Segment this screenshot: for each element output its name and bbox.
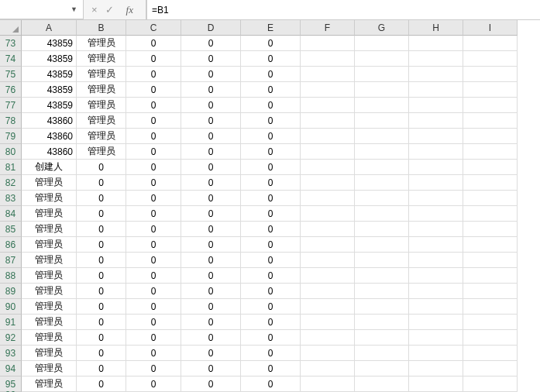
cell[interactable]: 0	[181, 113, 241, 129]
cell[interactable]	[301, 206, 355, 222]
cell[interactable]: 管理员	[77, 98, 126, 113]
row-header[interactable]: 85	[0, 222, 22, 237]
cell[interactable]	[409, 191, 463, 206]
column-header-I[interactable]: I	[463, 20, 518, 36]
row-header[interactable]: 81	[0, 160, 22, 175]
cell[interactable]: 0	[241, 144, 301, 160]
cell[interactable]	[409, 129, 463, 144]
cell[interactable]: 43860	[22, 144, 77, 160]
cell[interactable]	[463, 144, 518, 160]
cell[interactable]: 管理员	[22, 299, 77, 315]
column-header-D[interactable]: D	[181, 20, 241, 36]
row-header[interactable]: 80	[0, 144, 22, 160]
cell[interactable]: 0	[126, 160, 181, 175]
cell[interactable]: 0	[77, 175, 126, 191]
cell[interactable]: 管理员	[22, 191, 77, 206]
cell[interactable]	[463, 222, 518, 237]
cell[interactable]: 43859	[22, 98, 77, 113]
cell[interactable]	[463, 315, 518, 330]
cell[interactable]: 0	[181, 67, 241, 82]
cell[interactable]: 管理员	[22, 330, 77, 346]
row-header[interactable]: 74	[0, 51, 22, 67]
cell[interactable]	[409, 222, 463, 237]
cell[interactable]: 43859	[22, 51, 77, 67]
cell[interactable]	[409, 268, 463, 284]
cell[interactable]	[463, 160, 518, 175]
cell[interactable]: 0	[181, 144, 241, 160]
cell[interactable]: 0	[241, 113, 301, 129]
cell[interactable]	[301, 299, 355, 315]
cell[interactable]	[409, 206, 463, 222]
cell[interactable]	[301, 98, 355, 113]
cell[interactable]: 0	[126, 284, 181, 299]
cell[interactable]: 管理员	[22, 206, 77, 222]
cell[interactable]	[409, 67, 463, 82]
cell[interactable]: 管理员	[77, 67, 126, 82]
cell[interactable]	[463, 36, 518, 51]
cell[interactable]	[355, 253, 409, 268]
cell[interactable]: 43860	[22, 113, 77, 129]
cell[interactable]	[301, 67, 355, 82]
row-header[interactable]: 83	[0, 191, 22, 206]
cell[interactable]: 0	[241, 299, 301, 315]
cell[interactable]: 0	[77, 330, 126, 346]
cell[interactable]	[463, 82, 518, 98]
cell[interactable]	[301, 237, 355, 253]
cell[interactable]: 管理员	[77, 51, 126, 67]
cell[interactable]: 0	[181, 36, 241, 51]
cell[interactable]	[409, 330, 463, 346]
cell[interactable]	[409, 113, 463, 129]
cell[interactable]: 0	[77, 346, 126, 361]
cell[interactable]: 管理员	[22, 315, 77, 330]
cell[interactable]: 0	[181, 284, 241, 299]
cell[interactable]: 0	[126, 98, 181, 113]
cell[interactable]: 管理员	[22, 222, 77, 237]
column-header-C[interactable]: C	[126, 20, 181, 36]
row-header[interactable]: 94	[0, 361, 22, 377]
confirm-icon[interactable]: ✓	[105, 5, 114, 15]
cell[interactable]: 0	[126, 315, 181, 330]
cell[interactable]: 0	[126, 175, 181, 191]
cell[interactable]	[355, 160, 409, 175]
cell[interactable]	[355, 67, 409, 82]
row-header[interactable]: 92	[0, 330, 22, 346]
cell[interactable]: 管理员	[77, 113, 126, 129]
cell[interactable]: 0	[241, 237, 301, 253]
cell[interactable]: 0	[241, 67, 301, 82]
name-box[interactable]: ▼	[0, 0, 84, 19]
cell[interactable]: 0	[181, 82, 241, 98]
cell[interactable]	[355, 98, 409, 113]
row-header[interactable]: 77	[0, 98, 22, 113]
cell[interactable]: 0	[181, 315, 241, 330]
cell[interactable]: 0	[181, 51, 241, 67]
row-header[interactable]: 76	[0, 82, 22, 98]
cell[interactable]	[409, 82, 463, 98]
cell[interactable]: 0	[241, 268, 301, 284]
cell[interactable]: 0	[77, 268, 126, 284]
cell[interactable]	[355, 113, 409, 129]
cell[interactable]	[301, 361, 355, 377]
cell[interactable]: 0	[126, 330, 181, 346]
cell[interactable]: 管理员	[77, 82, 126, 98]
cell[interactable]: 0	[126, 346, 181, 361]
cell[interactable]: 0	[181, 129, 241, 144]
cell[interactable]: 0	[77, 299, 126, 315]
cell[interactable]	[301, 82, 355, 98]
cell[interactable]	[463, 284, 518, 299]
cell[interactable]: 0	[181, 222, 241, 237]
cell[interactable]	[409, 377, 463, 392]
cell[interactable]	[301, 284, 355, 299]
cell[interactable]	[355, 82, 409, 98]
cell[interactable]	[355, 222, 409, 237]
cell[interactable]	[463, 330, 518, 346]
name-box-input[interactable]	[3, 4, 57, 15]
row-header[interactable]: 91	[0, 315, 22, 330]
cell[interactable]	[463, 299, 518, 315]
cell[interactable]	[355, 206, 409, 222]
cell[interactable]	[355, 144, 409, 160]
cell[interactable]: 创建人	[22, 160, 77, 175]
cell[interactable]: 0	[241, 160, 301, 175]
cell[interactable]	[301, 144, 355, 160]
cell[interactable]: 0	[241, 315, 301, 330]
cell[interactable]	[301, 253, 355, 268]
